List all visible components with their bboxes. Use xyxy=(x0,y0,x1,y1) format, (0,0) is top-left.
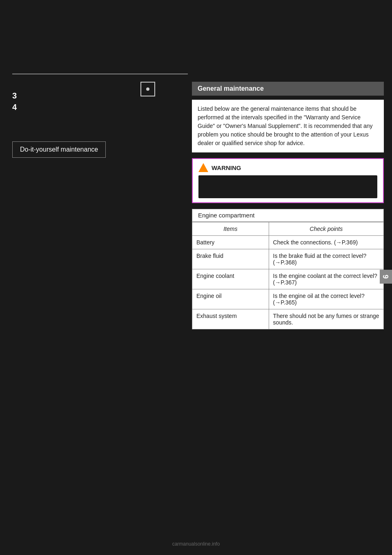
warning-box: WARNING xyxy=(192,158,384,203)
warning-label: WARNING xyxy=(212,164,241,171)
table-cell-check: Check the connections. (→P.369) xyxy=(269,236,383,249)
left-panel: 3 4 Do-it-yourself maintenance xyxy=(0,74,188,555)
bookmark-dot xyxy=(146,87,149,91)
warning-header: WARNING xyxy=(198,163,377,172)
right-panel: General maintenance Listed below are the… xyxy=(188,74,392,555)
maintenance-table: Items Check points BatteryCheck the conn… xyxy=(192,222,384,329)
warning-triangle-icon xyxy=(198,163,208,172)
diy-box: Do-it-yourself maintenance xyxy=(12,141,106,158)
table-cell-check: There should not be any fumes or strange… xyxy=(269,309,383,329)
general-maintenance-header: General maintenance xyxy=(192,82,384,96)
general-maintenance-text: Listed below are the general maintenance… xyxy=(198,105,372,146)
warning-content xyxy=(198,175,377,198)
general-maintenance-title: General maintenance xyxy=(198,85,264,92)
general-maintenance-body: Listed below are the general maintenance… xyxy=(192,100,384,152)
table-cell-item: Engine oil xyxy=(192,289,269,309)
watermark: carmanualsonline.info xyxy=(172,541,220,547)
col-header-items: Items xyxy=(192,222,269,236)
table-row: BatteryCheck the connections. (→P.369) xyxy=(192,236,384,249)
side-tab-number: 6 xyxy=(382,275,390,279)
diy-label: Do-it-yourself maintenance xyxy=(20,146,98,153)
table-cell-item: Engine coolant xyxy=(192,269,269,289)
table-cell-check: Is the engine coolant at the correct lev… xyxy=(269,269,383,289)
table-row: Engine oilIs the engine oil at the corre… xyxy=(192,289,384,309)
table-row: Brake fluidIs the brake fluid at the cor… xyxy=(192,249,384,269)
page: 3 4 Do-it-yourself maintenance General m… xyxy=(0,0,392,555)
chapter-number-4: 4 xyxy=(12,101,176,113)
engine-compartment-header: Engine compartment xyxy=(192,209,384,222)
table-cell-item: Brake fluid xyxy=(192,249,269,269)
top-divider xyxy=(12,74,188,74)
table-cell-item: Battery xyxy=(192,236,269,249)
table-row: Engine coolantIs the engine coolant at t… xyxy=(192,269,384,289)
col-header-check: Check points xyxy=(269,222,383,236)
engine-compartment-title: Engine compartment xyxy=(198,212,254,219)
content-area: 3 4 Do-it-yourself maintenance General m… xyxy=(0,74,392,555)
table-cell-check: Is the brake fluid at the correct level?… xyxy=(269,249,383,269)
table-cell-check: Is the engine oil at the correct level? … xyxy=(269,289,383,309)
engine-compartment-wrapper: Engine compartment Items Check points Ba… xyxy=(192,209,384,329)
table-cell-item: Exhaust system xyxy=(192,309,269,329)
table-row: Exhaust systemThere should not be any fu… xyxy=(192,309,384,329)
bookmark-icon xyxy=(140,82,155,96)
side-tab: 6 xyxy=(380,270,392,284)
